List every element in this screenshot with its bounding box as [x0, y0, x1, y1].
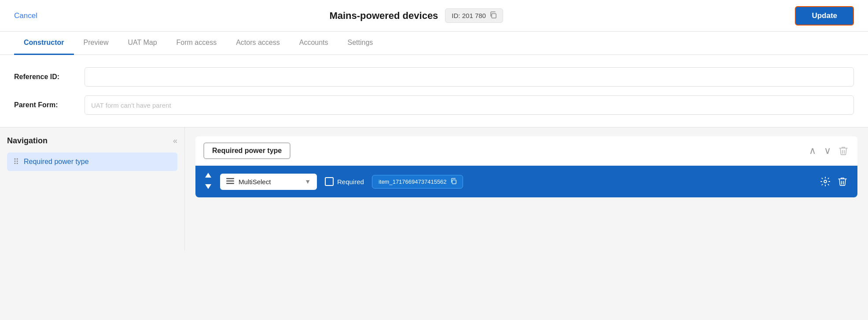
header-center: Mains-powered devices ID: 201 780: [329, 8, 503, 23]
multiselect-icon: [226, 177, 234, 186]
type-select-arrow-icon: ▼: [305, 178, 311, 185]
content-area: Navigation « ⠿ Required power type Requi…: [0, 127, 868, 251]
cancel-button[interactable]: Cancel: [14, 11, 37, 20]
nav-item-label: Required power type: [24, 158, 89, 166]
checkbox-box[interactable]: [325, 177, 334, 186]
nav-collapse-button[interactable]: «: [173, 136, 177, 145]
type-select[interactable]: MultiSelect ▼: [220, 174, 317, 190]
svg-point-5: [824, 180, 827, 183]
field-action-buttons: [819, 175, 849, 188]
tab-actors-access[interactable]: Actors access: [226, 32, 290, 55]
form-area: Reference ID: Parent Form:: [0, 55, 868, 127]
required-label: Required: [337, 178, 364, 185]
copy-item-id-icon[interactable]: [450, 178, 456, 185]
svg-rect-1: [226, 178, 234, 179]
field-section: Required power type ∧ ∨: [195, 136, 857, 197]
parent-form-label: Parent Form:: [14, 101, 85, 109]
reference-id-input[interactable]: [85, 67, 854, 87]
tab-accounts[interactable]: Accounts: [290, 32, 338, 55]
field-header-actions: ∧ ∨: [807, 143, 850, 158]
nav-header: Navigation «: [7, 136, 177, 145]
id-label: ID: 201 780: [452, 12, 486, 19]
tab-form-access[interactable]: Form access: [167, 32, 227, 55]
field-row-blue: MultiSelect ▼ Required item_171766947374…: [195, 166, 857, 197]
tab-uat-map[interactable]: UAT Map: [118, 32, 166, 55]
svg-rect-3: [226, 183, 234, 184]
svg-rect-4: [452, 180, 456, 184]
field-row-delete-button[interactable]: [836, 175, 849, 188]
tab-settings[interactable]: Settings: [338, 32, 383, 55]
field-delete-button[interactable]: [837, 144, 850, 157]
order-buttons: [204, 172, 212, 191]
item-id-badge: item_17176694737415562: [372, 175, 463, 189]
field-name-badge: Required power type: [203, 142, 291, 159]
header: Cancel Mains-powered devices ID: 201 780…: [0, 0, 868, 32]
type-select-label: MultiSelect: [239, 178, 300, 185]
nav-item-required-power-type[interactable]: ⠿ Required power type: [7, 153, 177, 171]
navigation-sidebar: Navigation « ⠿ Required power type: [0, 127, 185, 251]
navigation-title: Navigation: [7, 136, 48, 145]
tab-constructor[interactable]: Constructor: [14, 32, 74, 55]
copy-id-icon[interactable]: [489, 11, 497, 20]
page-title: Mains-powered devices: [329, 10, 438, 22]
field-move-down-button[interactable]: ∨: [822, 143, 833, 158]
item-id-text: item_17176694737415562: [379, 178, 447, 185]
svg-rect-0: [492, 14, 496, 18]
required-checkbox[interactable]: Required: [325, 177, 364, 186]
field-header: Required power type ∧ ∨: [195, 136, 857, 166]
update-button[interactable]: Update: [795, 6, 854, 25]
id-badge: ID: 201 780: [445, 8, 503, 23]
svg-rect-2: [226, 180, 234, 182]
order-down-button[interactable]: [204, 183, 212, 191]
order-up-button[interactable]: [204, 172, 212, 180]
field-move-up-button[interactable]: ∧: [807, 143, 818, 158]
tabs-bar: Constructor Preview UAT Map Form access …: [0, 32, 868, 55]
nav-item-drag-icon: ⠿: [13, 157, 19, 167]
reference-id-label: Reference ID:: [14, 73, 85, 81]
reference-id-row: Reference ID:: [14, 67, 854, 87]
parent-form-row: Parent Form:: [14, 95, 854, 115]
tab-preview[interactable]: Preview: [74, 32, 118, 55]
field-settings-button[interactable]: [819, 175, 832, 188]
parent-form-input[interactable]: [85, 95, 854, 115]
editor-area: Required power type ∧ ∨: [185, 127, 868, 251]
